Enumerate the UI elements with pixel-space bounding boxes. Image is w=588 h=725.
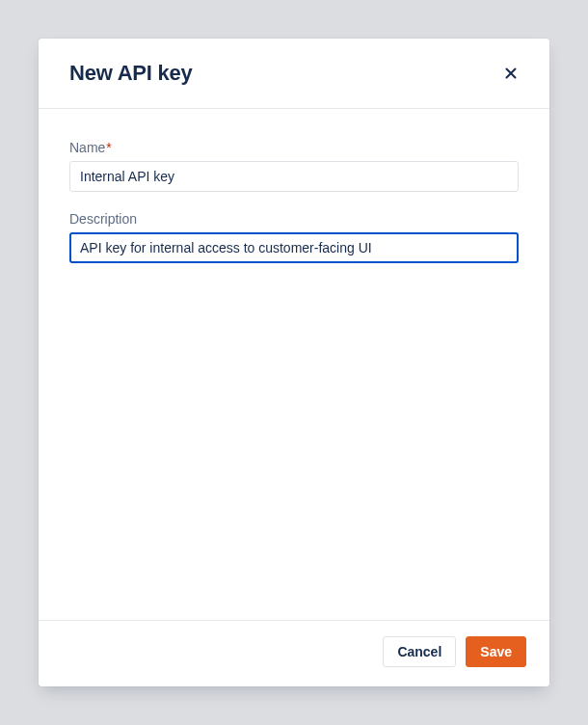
name-label-text: Name bbox=[69, 140, 105, 155]
name-input[interactable] bbox=[69, 161, 519, 192]
dialog-footer: Cancel Save bbox=[39, 620, 549, 686]
close-button[interactable] bbox=[495, 58, 526, 89]
cancel-button[interactable]: Cancel bbox=[383, 636, 456, 667]
name-field: Name* bbox=[69, 140, 519, 192]
required-indicator: * bbox=[106, 140, 111, 155]
dialog-header: New API key bbox=[39, 39, 549, 109]
save-button[interactable]: Save bbox=[466, 636, 526, 667]
dialog-title: New API key bbox=[69, 61, 193, 86]
dialog-body: Name* Description bbox=[39, 109, 549, 620]
description-label: Description bbox=[69, 211, 519, 227]
close-icon bbox=[503, 66, 519, 81]
new-api-key-dialog: New API key Name* Description Cancel Sav… bbox=[39, 39, 549, 686]
description-field: Description bbox=[69, 211, 519, 263]
name-label: Name* bbox=[69, 140, 519, 155]
description-input[interactable] bbox=[69, 232, 519, 263]
